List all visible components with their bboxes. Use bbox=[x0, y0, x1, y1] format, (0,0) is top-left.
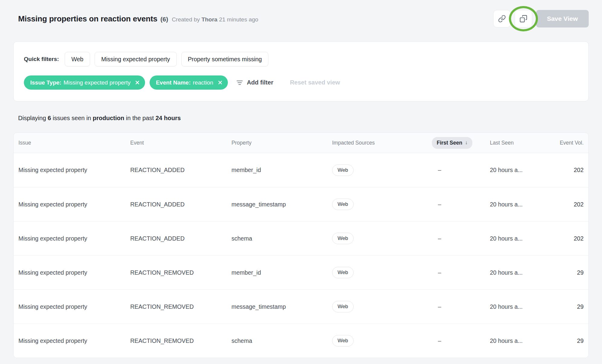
active-filters-row: Issue Type: Missing expected property Ev… bbox=[24, 75, 578, 90]
event-volume-cell: 29 bbox=[548, 269, 584, 276]
quick-filter-missing-expected-property[interactable]: Missing expected property bbox=[95, 52, 177, 66]
issue-cell: Missing expected property bbox=[18, 337, 130, 344]
column-header-first-seen: First Seen ↓ bbox=[429, 137, 490, 149]
sources-cell: Web bbox=[332, 267, 429, 278]
quick-filter-property-sometimes-missing[interactable]: Property sometimes missing bbox=[181, 52, 269, 66]
sort-label: First Seen bbox=[437, 140, 462, 146]
copy-link-button[interactable] bbox=[493, 10, 511, 27]
property-cell: schema bbox=[231, 337, 332, 344]
remove-filter-icon[interactable] bbox=[135, 80, 140, 85]
created-ago: 21 minutes ago bbox=[219, 16, 258, 23]
event-volume-cell: 202 bbox=[548, 235, 584, 242]
created-meta: Created by Thora 21 minutes ago bbox=[172, 16, 258, 23]
property-cell: schema bbox=[231, 235, 332, 242]
chip-value: Missing expected property bbox=[63, 79, 131, 86]
sources-cell: Web bbox=[332, 233, 429, 244]
event-cell: REACTION_REMOVED bbox=[130, 269, 231, 276]
add-filter-button[interactable]: Add filter bbox=[236, 79, 273, 86]
column-header-issue[interactable]: Issue bbox=[18, 140, 130, 146]
summary-text: in the past bbox=[126, 115, 154, 121]
property-cell: member_id bbox=[231, 167, 332, 174]
last-seen-cell: 20 hours a... bbox=[490, 303, 548, 310]
table-row[interactable]: Missing expected property REACTION_ADDED… bbox=[14, 153, 588, 187]
event-volume-cell: 29 bbox=[548, 337, 584, 344]
chip-label: Event Name: bbox=[156, 79, 191, 86]
summary-text: Displaying bbox=[18, 115, 46, 121]
title-wrap: Missing properties on reaction events (6… bbox=[13, 14, 258, 24]
source-badge: Web bbox=[332, 164, 354, 176]
first-seen-cell: – bbox=[429, 337, 490, 344]
issue-cell: Missing expected property bbox=[18, 303, 130, 310]
first-seen-cell: – bbox=[429, 269, 490, 276]
source-badge: Web bbox=[332, 301, 354, 312]
chip-value: reaction bbox=[193, 79, 213, 86]
table-row[interactable]: Missing expected property REACTION_REMOV… bbox=[14, 289, 588, 324]
first-seen-cell: – bbox=[429, 201, 490, 208]
filter-chip-issue-type[interactable]: Issue Type: Missing expected property bbox=[24, 75, 145, 90]
issue-count-badge: (6) bbox=[160, 16, 168, 23]
table-row[interactable]: Missing expected property REACTION_ADDED… bbox=[14, 221, 588, 255]
event-volume-cell: 202 bbox=[548, 167, 584, 174]
column-header-event-vol[interactable]: Event Vol. bbox=[548, 140, 584, 146]
event-cell: REACTION_REMOVED bbox=[130, 303, 231, 310]
column-header-impacted-sources[interactable]: Impacted Sources bbox=[332, 140, 429, 146]
source-badge: Web bbox=[332, 267, 354, 278]
last-seen-cell: 20 hours a... bbox=[490, 201, 548, 208]
summary-time-range: 24 hours bbox=[156, 115, 181, 121]
property-cell: message_timestamp bbox=[231, 303, 332, 310]
table-row[interactable]: Missing expected property REACTION_ADDED… bbox=[14, 187, 588, 221]
first-seen-cell: – bbox=[429, 167, 490, 174]
last-seen-cell: 20 hours a... bbox=[490, 337, 548, 344]
created-by-label: Created by bbox=[172, 16, 200, 23]
event-cell: REACTION_ADDED bbox=[130, 235, 231, 242]
last-seen-cell: 20 hours a... bbox=[490, 235, 548, 242]
topbar-actions: Save View bbox=[493, 10, 589, 27]
table-row[interactable]: Missing expected property REACTION_REMOV… bbox=[14, 255, 588, 289]
event-volume-cell: 29 bbox=[548, 303, 584, 310]
event-cell: REACTION_ADDED bbox=[130, 167, 231, 174]
add-filter-label: Add filter bbox=[247, 79, 273, 86]
sources-cell: Web bbox=[332, 164, 429, 176]
source-badge: Web bbox=[332, 199, 354, 210]
last-seen-cell: 20 hours a... bbox=[490, 167, 548, 174]
event-cell: REACTION_ADDED bbox=[130, 201, 231, 208]
quick-filters-row: Quick filters: Web Missing expected prop… bbox=[24, 52, 578, 66]
issue-cell: Missing expected property bbox=[18, 235, 130, 242]
filter-card: Quick filters: Web Missing expected prop… bbox=[13, 41, 589, 101]
column-header-event[interactable]: Event bbox=[130, 140, 231, 146]
issue-cell: Missing expected property bbox=[18, 269, 130, 276]
source-badge: Web bbox=[332, 233, 354, 244]
sort-descending-icon: ↓ bbox=[465, 140, 468, 146]
copy-icon bbox=[519, 15, 527, 23]
topbar: Missing properties on reaction events (6… bbox=[13, 10, 589, 27]
duplicate-view-button[interactable] bbox=[515, 10, 532, 27]
quick-filter-web[interactable]: Web bbox=[65, 52, 90, 66]
last-seen-cell: 20 hours a... bbox=[490, 269, 548, 276]
event-volume-cell: 202 bbox=[548, 201, 584, 208]
first-seen-cell: – bbox=[429, 303, 490, 310]
page: Missing properties on reaction events (6… bbox=[0, 0, 602, 364]
source-badge: Web bbox=[332, 335, 354, 346]
author-name: Thora bbox=[202, 16, 218, 23]
remove-filter-icon[interactable] bbox=[218, 80, 222, 85]
property-cell: member_id bbox=[231, 269, 332, 276]
property-cell: message_timestamp bbox=[231, 201, 332, 208]
summary-count: 6 bbox=[48, 115, 51, 121]
table-row[interactable]: Missing expected property REACTION_REMOV… bbox=[14, 324, 588, 358]
issues-table: Issue Event Property Impacted Sources Fi… bbox=[13, 133, 589, 358]
table-header-row: Issue Event Property Impacted Sources Fi… bbox=[14, 133, 588, 153]
filter-chip-event-name[interactable]: Event Name: reaction bbox=[150, 75, 228, 90]
column-header-last-seen[interactable]: Last Seen bbox=[490, 140, 548, 146]
event-cell: REACTION_REMOVED bbox=[130, 337, 231, 344]
summary-text: issues seen in bbox=[53, 115, 91, 121]
link-icon bbox=[498, 15, 506, 23]
sources-cell: Web bbox=[332, 335, 429, 346]
reset-saved-view-button[interactable]: Reset saved view bbox=[290, 79, 340, 86]
sort-first-seen-button[interactable]: First Seen ↓ bbox=[432, 137, 472, 149]
column-header-property[interactable]: Property bbox=[231, 140, 332, 146]
chip-label: Issue Type: bbox=[30, 79, 61, 86]
issue-cell: Missing expected property bbox=[18, 201, 130, 208]
save-view-button[interactable]: Save View bbox=[536, 10, 589, 27]
sources-cell: Web bbox=[332, 199, 429, 210]
page-title: Missing properties on reaction events bbox=[18, 14, 157, 24]
